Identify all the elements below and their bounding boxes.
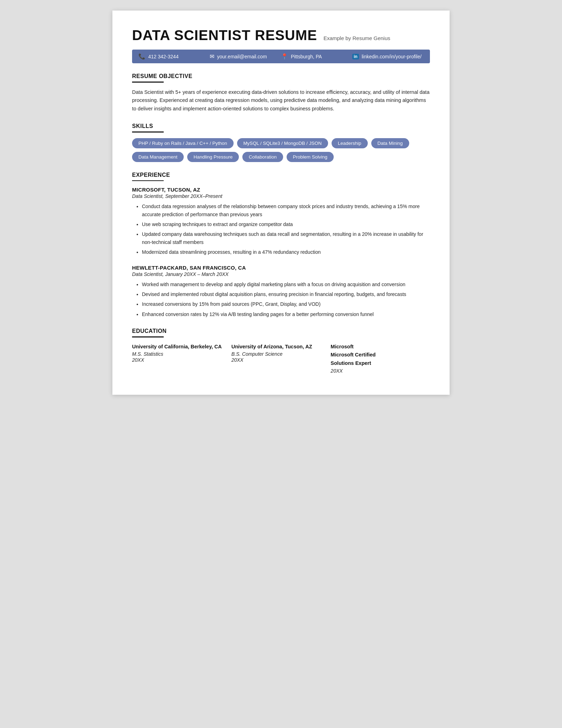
objective-underline bbox=[132, 82, 164, 83]
skill-badge: Problem Solving bbox=[287, 152, 334, 162]
list-item: Worked with management to develop and ap… bbox=[142, 281, 430, 288]
edu-col: MicrosoftMicrosoft CertifiedSolutions Ex… bbox=[331, 343, 430, 374]
edu-degree: B.S. Computer Science bbox=[231, 351, 331, 357]
edu-degree-line2: Solutions Expert bbox=[331, 360, 430, 367]
skill-badge: Handling Pressure bbox=[187, 152, 239, 162]
main-title: DATA SCIENTIST RESUME bbox=[132, 27, 317, 43]
edu-degree-line1: Microsoft Certified bbox=[331, 351, 430, 359]
skill-badge: Collaboration bbox=[242, 152, 283, 162]
skills-underline bbox=[132, 131, 164, 133]
job-title: Data Scientist, January 20XX – March 20X… bbox=[132, 271, 430, 277]
resume-page: DATA SCIENTIST RESUME Example by Resume … bbox=[112, 11, 450, 395]
skill-badge: Data Management bbox=[132, 152, 184, 162]
edu-year: 20XX bbox=[132, 357, 231, 363]
skill-badge: Leadership bbox=[332, 138, 368, 148]
list-item: Use web scraping techniques to extract a… bbox=[142, 220, 430, 228]
job-block: MICROSOFT, Tucson, AZData Scientist, Sep… bbox=[132, 187, 430, 256]
edu-col: University of California, Berkeley, CAM.… bbox=[132, 343, 231, 374]
skills-section: SKILLS PHP / Ruby on Rails / Java / C++ … bbox=[132, 123, 430, 162]
skill-badge: MySQL / SQLite3 / MongoDB / JSON bbox=[237, 138, 328, 148]
job-title: Data Scientist, September 20XX–Present bbox=[132, 193, 430, 199]
skills-grid: PHP / Ruby on Rails / Java / C++ / Pytho… bbox=[132, 138, 430, 162]
list-item: Devised and implemented robust digital a… bbox=[142, 290, 430, 298]
skills-title: SKILLS bbox=[132, 123, 430, 129]
edu-school: Microsoft bbox=[331, 343, 430, 351]
edu-school: University of California, Berkeley, CA bbox=[132, 343, 231, 351]
contact-bar: 📞 412 342-3244 ✉ your.email@email.com 📍 … bbox=[132, 50, 430, 63]
contact-phone: 📞 412 342-3244 bbox=[138, 53, 210, 60]
job-company: MICROSOFT, Tucson, AZ bbox=[132, 187, 430, 193]
edu-school: University of Arizona, Tucson, AZ bbox=[231, 343, 331, 351]
edu-year: 20XX bbox=[231, 357, 331, 363]
contact-linkedin: in linkedin.com/in/your-profile/ bbox=[352, 54, 424, 59]
list-item: Updated company data warehousing techniq… bbox=[142, 230, 430, 246]
subtitle: Example by Resume Genius bbox=[324, 35, 390, 41]
linkedin-icon: in bbox=[352, 54, 359, 59]
contact-location: 📍 Pittsburgh, PA bbox=[281, 53, 352, 60]
list-item: Modernized data streamlining processes, … bbox=[142, 248, 430, 256]
experience-underline bbox=[132, 180, 164, 181]
education-underline bbox=[132, 336, 164, 337]
experience-title: EXPERIENCE bbox=[132, 172, 430, 178]
job-block: HEWLETT-PACKARD, San Francisco, CAData S… bbox=[132, 265, 430, 318]
edu-degree: M.S. Statistics bbox=[132, 351, 231, 357]
education-section: EDUCATION University of California, Berk… bbox=[132, 328, 430, 374]
edu-year: 20XX bbox=[331, 368, 430, 374]
skill-badge: Data Mining bbox=[371, 138, 409, 148]
contact-email: ✉ your.email@email.com bbox=[210, 53, 281, 60]
edu-grid: University of California, Berkeley, CAM.… bbox=[132, 343, 430, 374]
list-item: Conduct data regression analyses of the … bbox=[142, 202, 430, 218]
objective-section: RESUME OBJECTIVE Data Scientist with 5+ … bbox=[132, 73, 430, 113]
header-row: DATA SCIENTIST RESUME Example by Resume … bbox=[132, 27, 430, 43]
job-bullets: Worked with management to develop and ap… bbox=[132, 281, 430, 318]
objective-title: RESUME OBJECTIVE bbox=[132, 73, 430, 79]
location-icon: 📍 bbox=[281, 53, 288, 60]
job-company: HEWLETT-PACKARD, San Francisco, CA bbox=[132, 265, 430, 271]
edu-col: University of Arizona, Tucson, AZB.S. Co… bbox=[231, 343, 331, 374]
education-title: EDUCATION bbox=[132, 328, 430, 334]
list-item: Enhanced conversion rates by 12% via A/B… bbox=[142, 310, 430, 318]
skill-badge: PHP / Ruby on Rails / Java / C++ / Pytho… bbox=[132, 138, 234, 148]
phone-icon: 📞 bbox=[138, 53, 145, 60]
list-item: Increased conversions by 15% from paid s… bbox=[142, 300, 430, 308]
email-icon: ✉ bbox=[210, 53, 214, 60]
objective-text: Data Scientist with 5+ years of experien… bbox=[132, 88, 430, 114]
job-bullets: Conduct data regression analyses of the … bbox=[132, 202, 430, 256]
experience-section: EXPERIENCE MICROSOFT, Tucson, AZData Sci… bbox=[132, 172, 430, 318]
